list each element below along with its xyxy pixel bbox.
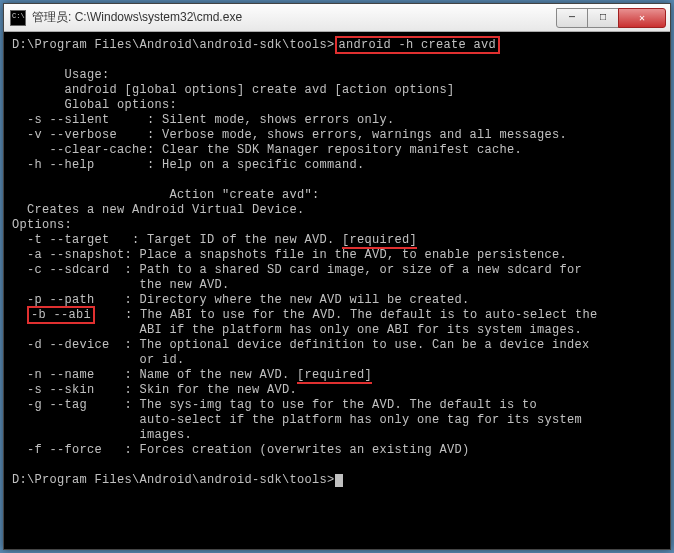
maximize-button[interactable]: □ — [587, 8, 619, 28]
flag-highlight: -b --abi — [27, 306, 95, 324]
output-line: Action "create avd": — [12, 188, 320, 202]
output-line: auto-select if the platform has only one… — [12, 413, 582, 427]
minimize-button[interactable]: ─ — [556, 8, 588, 28]
cmd-window: 管理员: C:\Windows\system32\cmd.exe ─ □ ✕ D… — [3, 3, 671, 550]
cursor — [335, 474, 343, 487]
output-line: -p --path : Directory where the new AVD … — [12, 293, 470, 307]
output-line: Options: — [12, 218, 72, 232]
output-line: -s --silent : Silent mode, shows errors … — [12, 113, 395, 127]
prompt-path: D:\Program Files\Android\android-sdk\too… — [12, 38, 335, 52]
output-line: images. — [12, 428, 192, 442]
close-button[interactable]: ✕ — [618, 8, 666, 28]
output-line: -d --device : The optional device defini… — [12, 338, 590, 352]
output-line: -s --skin : Skin for the new AVD. — [12, 383, 297, 397]
output-line: Global options: — [12, 98, 177, 112]
output-line: -h --help : Help on a specific command. — [12, 158, 365, 172]
output-line: the new AVD. — [12, 278, 230, 292]
output-line: : The ABI to use for the AVD. The defaul… — [95, 308, 598, 322]
output-line: -f --force : Forces creation (overwrites… — [12, 443, 470, 457]
command-highlight: android -h create avd — [335, 36, 501, 54]
output-line: Usage: — [12, 68, 110, 82]
required-highlight: [required] — [342, 233, 417, 249]
output-line: -g --tag : The sys-img tag to use for th… — [12, 398, 537, 412]
titlebar[interactable]: 管理员: C:\Windows\system32\cmd.exe ─ □ ✕ — [4, 4, 670, 32]
output-line: or id. — [12, 353, 185, 367]
output-line: -v --verbose : Verbose mode, shows error… — [12, 128, 567, 142]
output-line: --clear-cache: Clear the SDK Manager rep… — [12, 143, 522, 157]
output-line: -c --sdcard : Path to a shared SD card i… — [12, 263, 582, 277]
window-controls: ─ □ ✕ — [557, 8, 666, 28]
output-line: -a --snapshot: Place a snapshots file in… — [12, 248, 567, 262]
cmd-icon — [10, 10, 26, 26]
terminal-output[interactable]: D:\Program Files\Android\android-sdk\too… — [4, 32, 670, 549]
output-line: android [global options] create avd [act… — [12, 83, 455, 97]
window-title: 管理员: C:\Windows\system32\cmd.exe — [32, 9, 557, 26]
output-line: -t --target : Target ID of the new AVD. — [12, 233, 342, 247]
prompt-path: D:\Program Files\Android\android-sdk\too… — [12, 473, 335, 487]
required-highlight: [required] — [297, 368, 372, 384]
output-line: -n --name : Name of the new AVD. — [12, 368, 297, 382]
output-line: ABI if the platform has only one ABI for… — [12, 323, 582, 337]
output-line: Creates a new Android Virtual Device. — [12, 203, 305, 217]
